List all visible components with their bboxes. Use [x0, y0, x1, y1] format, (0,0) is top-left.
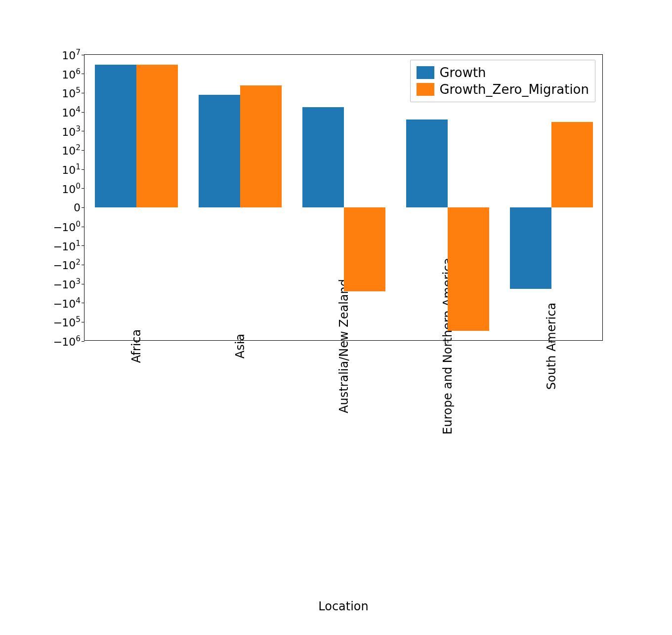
ytick-label: −100 — [53, 220, 84, 233]
bar-growth_zero_migration — [448, 207, 489, 330]
ytick-label: 107 — [62, 48, 84, 61]
bar-growth — [199, 95, 240, 207]
ytick-label: −104 — [53, 296, 84, 310]
ytick-label: 104 — [62, 105, 84, 119]
figure: GrowthGrowth_Zero_Migration 107106105104… — [0, 0, 672, 635]
ytick-label: −105 — [53, 316, 84, 329]
bar-growth_zero_migration — [551, 122, 593, 207]
ytick-label: −106 — [53, 334, 84, 348]
legend-item: Growth_Zero_Migration — [417, 81, 589, 98]
ytick-label: 100 — [62, 182, 84, 195]
bar-growth — [510, 207, 551, 289]
xtick-label: South America — [508, 346, 595, 360]
ytick-label: 103 — [62, 124, 84, 138]
ytick-label: 105 — [62, 86, 84, 100]
ytick-label: 106 — [62, 67, 84, 80]
xtick-label: Africa — [120, 346, 153, 360]
legend-swatch — [417, 66, 434, 79]
bar-growth_zero_migration — [136, 65, 178, 207]
ytick-label: −101 — [53, 239, 84, 252]
xtick-label: Asia — [228, 346, 252, 360]
bar-growth — [95, 65, 136, 207]
ytick-label: 102 — [62, 144, 84, 157]
bar-growth — [302, 107, 344, 207]
ytick-label: 101 — [62, 162, 84, 176]
legend-item: Growth — [417, 64, 589, 81]
x-axis-label: Location — [318, 599, 369, 613]
bar-growth_zero_migration — [240, 85, 282, 207]
bar-growth_zero_migration — [344, 207, 385, 291]
legend: GrowthGrowth_Zero_Migration — [410, 60, 595, 102]
legend-label: Growth_Zero_Migration — [439, 82, 589, 97]
legend-swatch — [417, 83, 434, 96]
ytick-label: −103 — [53, 277, 84, 290]
ytick-label: −102 — [53, 258, 84, 272]
ytick-label: 0 — [74, 201, 84, 214]
chart-axes: GrowthGrowth_Zero_Migration 107106105104… — [84, 54, 603, 341]
bar-growth — [406, 119, 448, 207]
legend-label: Growth — [439, 65, 486, 80]
